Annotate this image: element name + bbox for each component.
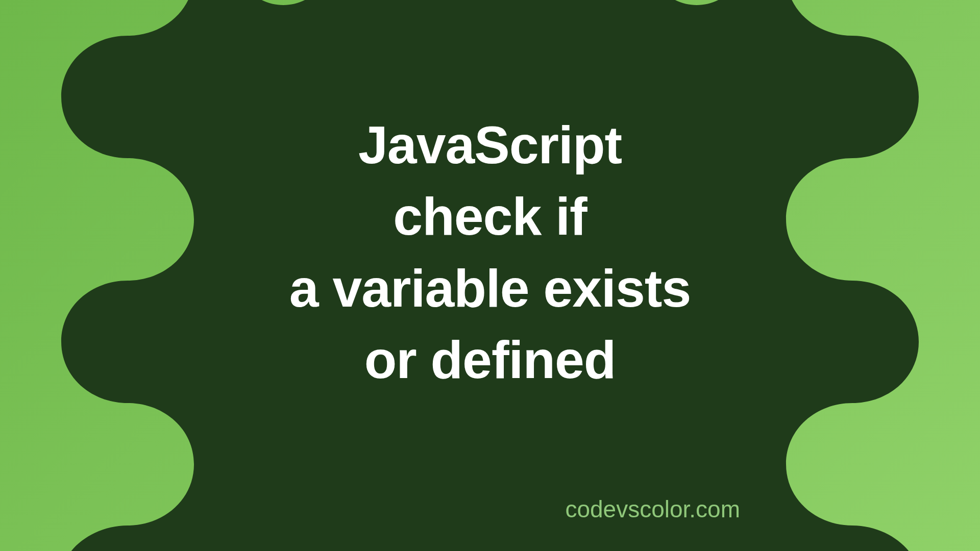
title-line-1: JavaScript — [358, 115, 622, 174]
title-line-2: check if — [393, 187, 586, 246]
hero-title: JavaScript check if a variable exists or… — [0, 109, 980, 396]
title-line-4: or defined — [364, 330, 616, 389]
watermark-text: codevscolor.com — [565, 495, 740, 523]
hero-content: JavaScript check if a variable exists or… — [0, 109, 980, 396]
title-line-3: a variable exists — [289, 259, 691, 318]
